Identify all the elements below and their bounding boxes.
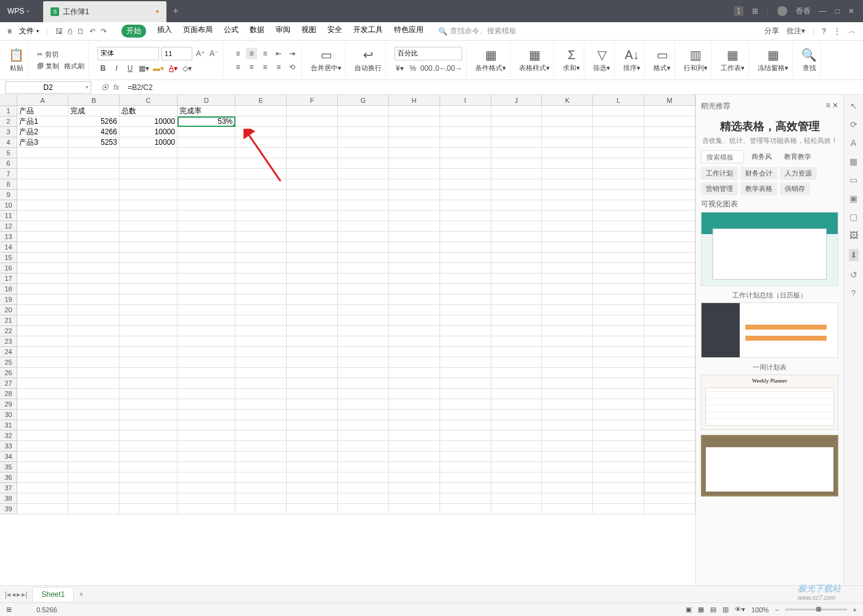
- cell[interactable]: [593, 357, 644, 368]
- cell[interactable]: [491, 284, 542, 294]
- font-size-combo[interactable]: [162, 47, 192, 60]
- cell[interactable]: [68, 158, 120, 169]
- comment-button[interactable]: 批注▾: [787, 26, 805, 36]
- cell[interactable]: [287, 326, 338, 336]
- tag-button[interactable]: 营销管理: [701, 182, 738, 195]
- cell[interactable]: [120, 504, 178, 514]
- cell[interactable]: [68, 253, 120, 263]
- cell[interactable]: [644, 493, 695, 504]
- cell[interactable]: [17, 242, 68, 253]
- row-header[interactable]: 19: [0, 294, 17, 305]
- cell[interactable]: [68, 368, 120, 378]
- cell[interactable]: [389, 378, 440, 389]
- cell[interactable]: [440, 315, 491, 326]
- cell[interactable]: [338, 232, 389, 242]
- input-mode-icon[interactable]: ⊞: [6, 606, 12, 614]
- cell[interactable]: [440, 179, 491, 190]
- cell[interactable]: [287, 274, 338, 284]
- tab-review[interactable]: 审阅: [276, 25, 290, 38]
- cell[interactable]: [235, 378, 287, 389]
- cell[interactable]: [440, 169, 491, 179]
- cell[interactable]: [178, 253, 235, 263]
- cell[interactable]: [178, 504, 235, 514]
- tag-button[interactable]: 工作计划: [701, 167, 738, 180]
- cell[interactable]: [235, 127, 287, 137]
- cell[interactable]: [644, 483, 695, 493]
- cell[interactable]: [440, 211, 491, 221]
- cell[interactable]: [593, 472, 644, 483]
- cell[interactable]: [440, 368, 491, 378]
- cell[interactable]: [287, 137, 338, 148]
- cell[interactable]: [17, 357, 68, 368]
- cell[interactable]: [542, 127, 593, 137]
- cell[interactable]: [491, 274, 542, 284]
- cell[interactable]: [491, 493, 542, 504]
- cell[interactable]: [389, 452, 440, 462]
- tab-data[interactable]: 数据: [250, 25, 264, 38]
- cell[interactable]: [68, 504, 120, 514]
- next-sheet-icon[interactable]: ▸: [17, 590, 20, 599]
- cell[interactable]: [338, 158, 389, 169]
- cell[interactable]: [338, 179, 389, 190]
- cell[interactable]: [120, 242, 178, 253]
- cell[interactable]: [491, 336, 542, 347]
- row-header[interactable]: 7: [0, 169, 17, 179]
- cond-format-button[interactable]: ▦ 条件格式▾: [472, 43, 510, 78]
- cell[interactable]: [17, 179, 68, 190]
- cell[interactable]: [644, 190, 695, 200]
- cell[interactable]: [389, 211, 440, 221]
- cell[interactable]: [235, 200, 287, 211]
- cell[interactable]: [120, 431, 178, 441]
- orientation-icon[interactable]: ⟲: [287, 62, 298, 73]
- row-header[interactable]: 4: [0, 137, 17, 148]
- cell[interactable]: [235, 106, 287, 116]
- cell[interactable]: [440, 472, 491, 483]
- cell[interactable]: [178, 274, 235, 284]
- shrink-font-icon[interactable]: A⁻: [208, 48, 219, 59]
- cell[interactable]: [235, 357, 287, 368]
- cell[interactable]: [68, 452, 120, 462]
- cell[interactable]: [178, 284, 235, 294]
- tab-features[interactable]: 特色应用: [394, 25, 423, 38]
- cell[interactable]: [120, 315, 178, 326]
- cell[interactable]: [17, 253, 68, 263]
- cell[interactable]: [389, 347, 440, 357]
- row-header[interactable]: 21: [0, 315, 17, 326]
- tab-layout[interactable]: 页面布局: [183, 25, 213, 38]
- cell[interactable]: [17, 274, 68, 284]
- cell[interactable]: [542, 441, 593, 452]
- cell[interactable]: [389, 253, 440, 263]
- comma-icon[interactable]: 000: [421, 63, 432, 74]
- cell[interactable]: [593, 284, 644, 294]
- cell[interactable]: [440, 253, 491, 263]
- tag-button[interactable]: 财务会计: [740, 167, 777, 180]
- chevron-down-icon[interactable]: ▾: [27, 9, 29, 14]
- cell[interactable]: [542, 336, 593, 347]
- dec-dec-icon[interactable]: .00→: [448, 63, 459, 74]
- cell[interactable]: [178, 420, 235, 431]
- zoom-slider[interactable]: [785, 609, 847, 610]
- cell[interactable]: [593, 242, 644, 253]
- cell[interactable]: [338, 284, 389, 294]
- cell[interactable]: [644, 472, 695, 483]
- cell[interactable]: [593, 504, 644, 514]
- cell[interactable]: [17, 399, 68, 410]
- cell[interactable]: [235, 274, 287, 284]
- cell[interactable]: 完成: [68, 106, 120, 116]
- sort-button[interactable]: A↓排序▾: [620, 43, 645, 78]
- italic-icon[interactable]: I: [111, 63, 122, 74]
- cell[interactable]: [287, 221, 338, 232]
- cell[interactable]: [120, 179, 178, 190]
- cell[interactable]: [542, 158, 593, 169]
- undo-icon[interactable]: ↶: [89, 27, 96, 36]
- cell[interactable]: [491, 441, 542, 452]
- cell[interactable]: [440, 347, 491, 357]
- cell[interactable]: [491, 127, 542, 137]
- cell[interactable]: [491, 483, 542, 493]
- tab-formula[interactable]: 公式: [224, 25, 239, 38]
- cell[interactable]: [389, 274, 440, 284]
- cell[interactable]: [235, 305, 287, 315]
- cell[interactable]: [542, 347, 593, 357]
- cell[interactable]: [68, 211, 120, 221]
- cell[interactable]: [338, 504, 389, 514]
